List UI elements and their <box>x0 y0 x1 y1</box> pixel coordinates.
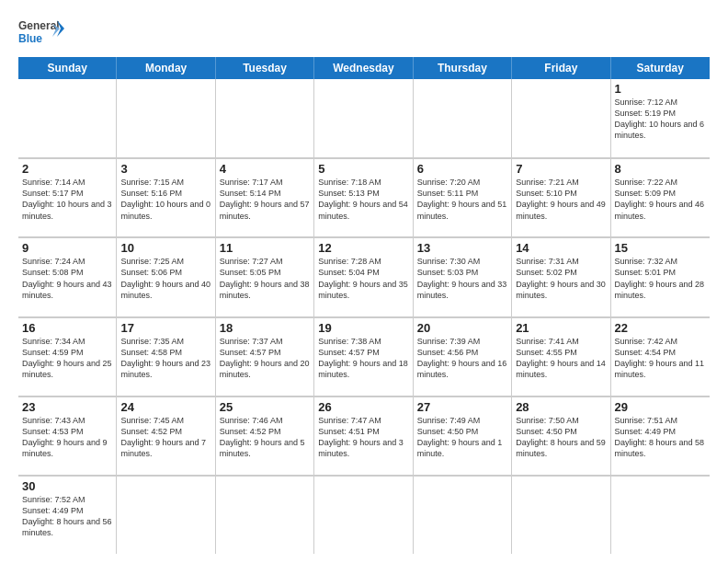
weekday-header-sunday: Sunday <box>18 57 117 79</box>
day-3: 3Sunrise: 7:15 AM Sunset: 5:16 PM Daylig… <box>117 158 215 236</box>
day-30: 30Sunrise: 7:52 AM Sunset: 4:49 PM Dayli… <box>18 476 117 554</box>
day-14: 14Sunrise: 7:31 AM Sunset: 5:02 PM Dayli… <box>512 237 610 316</box>
weekday-header-saturday: Saturday <box>611 57 710 79</box>
empty-day <box>216 79 314 157</box>
day-27: 27Sunrise: 7:49 AM Sunset: 4:50 PM Dayli… <box>414 396 512 475</box>
page: General Blue SundayMondayTuesdayWednesda… <box>0 0 728 563</box>
day-info: Sunrise: 7:50 AM Sunset: 4:50 PM Dayligh… <box>516 415 606 460</box>
day-info: Sunrise: 7:42 AM Sunset: 4:54 PM Dayligh… <box>615 336 706 381</box>
calendar-week-3: 9Sunrise: 7:24 AM Sunset: 5:08 PM Daylig… <box>18 237 710 316</box>
day-number: 12 <box>318 241 408 255</box>
day-number: 29 <box>615 400 706 414</box>
day-7: 7Sunrise: 7:21 AM Sunset: 5:10 PM Daylig… <box>512 158 610 236</box>
day-9: 9Sunrise: 7:24 AM Sunset: 5:08 PM Daylig… <box>18 237 117 316</box>
svg-text:Blue: Blue <box>18 32 42 45</box>
day-info: Sunrise: 7:25 AM Sunset: 5:06 PM Dayligh… <box>120 256 210 301</box>
weekday-header-monday: Monday <box>117 57 215 79</box>
day-number: 27 <box>417 400 507 414</box>
day-info: Sunrise: 7:34 AM Sunset: 4:59 PM Dayligh… <box>22 336 112 381</box>
day-8: 8Sunrise: 7:22 AM Sunset: 5:09 PM Daylig… <box>611 158 710 236</box>
empty-day <box>117 476 215 554</box>
day-22: 22Sunrise: 7:42 AM Sunset: 4:54 PM Dayli… <box>611 317 710 396</box>
day-23: 23Sunrise: 7:43 AM Sunset: 4:53 PM Dayli… <box>18 396 117 475</box>
day-number: 16 <box>22 321 112 335</box>
day-24: 24Sunrise: 7:45 AM Sunset: 4:52 PM Dayli… <box>117 396 215 475</box>
day-11: 11Sunrise: 7:27 AM Sunset: 5:05 PM Dayli… <box>216 237 314 316</box>
day-number: 30 <box>22 479 112 493</box>
day-19: 19Sunrise: 7:38 AM Sunset: 4:57 PM Dayli… <box>314 317 413 396</box>
day-number: 2 <box>22 162 112 176</box>
day-number: 1 <box>615 82 706 96</box>
day-16: 16Sunrise: 7:34 AM Sunset: 4:59 PM Dayli… <box>18 317 117 396</box>
day-info: Sunrise: 7:45 AM Sunset: 4:52 PM Dayligh… <box>120 415 210 460</box>
empty-day <box>512 79 610 157</box>
day-info: Sunrise: 7:22 AM Sunset: 5:09 PM Dayligh… <box>615 177 706 222</box>
day-20: 20Sunrise: 7:39 AM Sunset: 4:56 PM Dayli… <box>414 317 512 396</box>
empty-day <box>414 476 512 554</box>
calendar-header: SundayMondayTuesdayWednesdayThursdayFrid… <box>18 57 710 79</box>
empty-day <box>414 79 512 157</box>
day-number: 8 <box>615 162 706 176</box>
empty-day <box>512 476 610 554</box>
logo: General Blue <box>18 17 64 50</box>
day-info: Sunrise: 7:39 AM Sunset: 4:56 PM Dayligh… <box>417 336 507 381</box>
day-number: 5 <box>318 162 408 176</box>
calendar: SundayMondayTuesdayWednesdayThursdayFrid… <box>18 57 710 554</box>
weekday-header-wednesday: Wednesday <box>314 57 413 79</box>
day-number: 28 <box>516 400 606 414</box>
day-number: 26 <box>318 400 408 414</box>
empty-day <box>611 476 710 554</box>
day-info: Sunrise: 7:28 AM Sunset: 5:04 PM Dayligh… <box>318 256 408 301</box>
day-number: 3 <box>120 162 210 176</box>
day-18: 18Sunrise: 7:37 AM Sunset: 4:57 PM Dayli… <box>216 317 314 396</box>
calendar-body: 1Sunrise: 7:12 AM Sunset: 5:19 PM Daylig… <box>18 79 710 554</box>
calendar-week-2: 2Sunrise: 7:14 AM Sunset: 5:17 PM Daylig… <box>18 158 710 237</box>
day-info: Sunrise: 7:31 AM Sunset: 5:02 PM Dayligh… <box>516 256 606 301</box>
day-info: Sunrise: 7:38 AM Sunset: 4:57 PM Dayligh… <box>318 336 408 381</box>
day-info: Sunrise: 7:32 AM Sunset: 5:01 PM Dayligh… <box>615 256 706 301</box>
day-info: Sunrise: 7:18 AM Sunset: 5:13 PM Dayligh… <box>318 177 408 222</box>
calendar-week-4: 16Sunrise: 7:34 AM Sunset: 4:59 PM Dayli… <box>18 317 710 396</box>
day-26: 26Sunrise: 7:47 AM Sunset: 4:51 PM Dayli… <box>314 396 413 475</box>
day-info: Sunrise: 7:37 AM Sunset: 4:57 PM Dayligh… <box>220 336 310 381</box>
calendar-week-5: 23Sunrise: 7:43 AM Sunset: 4:53 PM Dayli… <box>18 396 710 476</box>
day-info: Sunrise: 7:15 AM Sunset: 5:16 PM Dayligh… <box>120 177 210 222</box>
day-number: 7 <box>516 162 606 176</box>
day-10: 10Sunrise: 7:25 AM Sunset: 5:06 PM Dayli… <box>117 237 215 316</box>
day-25: 25Sunrise: 7:46 AM Sunset: 4:52 PM Dayli… <box>216 396 314 475</box>
day-1: 1Sunrise: 7:12 AM Sunset: 5:19 PM Daylig… <box>611 79 710 157</box>
day-17: 17Sunrise: 7:35 AM Sunset: 4:58 PM Dayli… <box>117 317 215 396</box>
day-number: 15 <box>615 241 706 255</box>
day-info: Sunrise: 7:51 AM Sunset: 4:49 PM Dayligh… <box>615 415 706 460</box>
day-number: 4 <box>220 162 310 176</box>
day-number: 6 <box>417 162 507 176</box>
day-29: 29Sunrise: 7:51 AM Sunset: 4:49 PM Dayli… <box>611 396 710 475</box>
day-info: Sunrise: 7:46 AM Sunset: 4:52 PM Dayligh… <box>220 415 310 460</box>
day-info: Sunrise: 7:12 AM Sunset: 5:19 PM Dayligh… <box>615 97 706 142</box>
day-info: Sunrise: 7:21 AM Sunset: 5:10 PM Dayligh… <box>516 177 606 222</box>
empty-day <box>314 79 413 157</box>
calendar-week-1: 1Sunrise: 7:12 AM Sunset: 5:19 PM Daylig… <box>18 79 710 158</box>
day-info: Sunrise: 7:14 AM Sunset: 5:17 PM Dayligh… <box>22 177 112 222</box>
day-number: 24 <box>120 400 210 414</box>
day-21: 21Sunrise: 7:41 AM Sunset: 4:55 PM Dayli… <box>512 317 610 396</box>
day-info: Sunrise: 7:27 AM Sunset: 5:05 PM Dayligh… <box>220 256 310 301</box>
day-info: Sunrise: 7:47 AM Sunset: 4:51 PM Dayligh… <box>318 415 408 460</box>
day-number: 17 <box>120 321 210 335</box>
day-info: Sunrise: 7:24 AM Sunset: 5:08 PM Dayligh… <box>22 256 112 301</box>
day-number: 11 <box>220 241 310 255</box>
day-15: 15Sunrise: 7:32 AM Sunset: 5:01 PM Dayli… <box>611 237 710 316</box>
day-6: 6Sunrise: 7:20 AM Sunset: 5:11 PM Daylig… <box>414 158 512 236</box>
day-number: 20 <box>417 321 507 335</box>
day-info: Sunrise: 7:52 AM Sunset: 4:49 PM Dayligh… <box>22 494 112 539</box>
day-number: 23 <box>22 400 112 414</box>
day-13: 13Sunrise: 7:30 AM Sunset: 5:03 PM Dayli… <box>414 237 512 316</box>
generalblue-icon: General Blue <box>18 17 64 50</box>
day-info: Sunrise: 7:30 AM Sunset: 5:03 PM Dayligh… <box>417 256 507 301</box>
day-12: 12Sunrise: 7:28 AM Sunset: 5:04 PM Dayli… <box>314 237 413 316</box>
day-5: 5Sunrise: 7:18 AM Sunset: 5:13 PM Daylig… <box>314 158 413 236</box>
empty-day <box>18 79 117 157</box>
day-2: 2Sunrise: 7:14 AM Sunset: 5:17 PM Daylig… <box>18 158 117 236</box>
day-number: 14 <box>516 241 606 255</box>
day-info: Sunrise: 7:17 AM Sunset: 5:14 PM Dayligh… <box>220 177 310 222</box>
